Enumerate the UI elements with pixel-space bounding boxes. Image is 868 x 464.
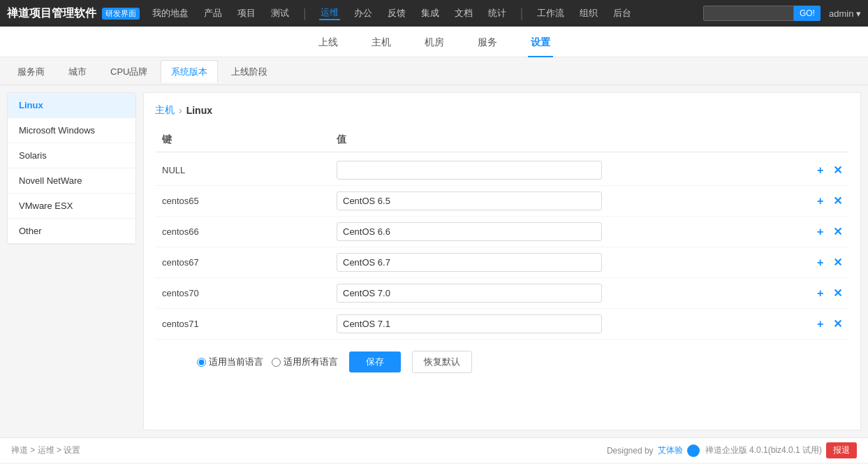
nav-item-integration[interactable]: 集成 bbox=[420, 7, 441, 20]
row-add-1[interactable]: + bbox=[814, 194, 826, 209]
row-del-1[interactable]: ✕ bbox=[830, 193, 845, 209]
dev-badge: 研发界面 bbox=[102, 8, 140, 20]
row-actions-4: + ✕ bbox=[807, 285, 849, 301]
table-row: centos65 + ✕ bbox=[155, 186, 849, 217]
nav-item-test[interactable]: 测试 bbox=[270, 7, 290, 20]
row-del-5[interactable]: ✕ bbox=[830, 316, 845, 332]
tnav-cpu[interactable]: CPU品牌 bbox=[100, 60, 158, 82]
row-del-4[interactable]: ✕ bbox=[830, 285, 845, 301]
nav-item-doc[interactable]: 文档 bbox=[453, 7, 474, 20]
row-input-3[interactable] bbox=[337, 253, 602, 272]
restore-button[interactable]: 恢复默认 bbox=[412, 351, 472, 373]
bottom-actions: 适用当前语言 适用所有语言 保存 恢复默认 bbox=[155, 351, 849, 373]
snav-service[interactable]: 服务 bbox=[475, 27, 500, 57]
row-val-1 bbox=[337, 191, 807, 210]
footer-bc-text: 禅道 > 运维 > 设置 bbox=[11, 444, 80, 456]
row-val-2 bbox=[337, 222, 807, 241]
footer-breadcrumb: 禅道 > 运维 > 设置 bbox=[11, 444, 80, 456]
row-del-2[interactable]: ✕ bbox=[830, 224, 845, 240]
row-key-0: NULL bbox=[155, 165, 337, 175]
row-val-3 bbox=[337, 253, 807, 272]
snav-room[interactable]: 机房 bbox=[422, 27, 447, 57]
table-row: NULL + ✕ bbox=[155, 155, 849, 186]
row-key-4: centos70 bbox=[155, 288, 337, 298]
row-actions-1: + ✕ bbox=[807, 193, 849, 209]
table-row: centos67 + ✕ bbox=[155, 247, 849, 278]
snav-online[interactable]: 上线 bbox=[316, 27, 341, 57]
nav-sep2: | bbox=[520, 6, 524, 21]
admin-menu[interactable]: admin ▾ bbox=[829, 8, 861, 19]
row-input-1[interactable] bbox=[337, 191, 602, 210]
row-val-4 bbox=[337, 284, 807, 303]
tnav-onlinestage[interactable]: 上线阶段 bbox=[221, 60, 278, 82]
footer: 禅道 > 运维 > 设置 Designed by 艾体验 禅道企业版 4.0.1… bbox=[0, 437, 868, 463]
footer-right: Designed by 艾体验 禅道企业版 4.0.1(biz4.0.1 试用)… bbox=[607, 442, 857, 458]
nav-item-stats[interactable]: 统计 bbox=[487, 7, 508, 20]
row-actions-3: + ✕ bbox=[807, 254, 849, 270]
search-button[interactable]: GO! bbox=[794, 6, 821, 21]
tnav-vendor[interactable]: 服务商 bbox=[7, 60, 55, 82]
nav-item-product[interactable]: 产品 bbox=[203, 7, 223, 20]
row-key-1: centos65 bbox=[155, 196, 337, 206]
row-input-4[interactable] bbox=[337, 284, 602, 303]
row-val-0 bbox=[337, 161, 807, 180]
save-button[interactable]: 保存 bbox=[349, 351, 401, 372]
nav-sep1: | bbox=[303, 6, 307, 21]
nav-item-feedback[interactable]: 反馈 bbox=[386, 7, 407, 20]
radio-current-lang[interactable]: 适用当前语言 bbox=[197, 356, 263, 368]
row-key-2: centos66 bbox=[155, 226, 337, 237]
row-input-5[interactable] bbox=[337, 314, 602, 333]
row-del-0[interactable]: ✕ bbox=[830, 162, 845, 178]
row-del-3[interactable]: ✕ bbox=[830, 254, 845, 270]
sidebar-item-linux[interactable]: Linux bbox=[8, 93, 135, 118]
search-area: GO! bbox=[703, 6, 821, 21]
breadcrumb-sep: › bbox=[179, 105, 182, 116]
radio-all-lang[interactable]: 适用所有语言 bbox=[272, 356, 338, 368]
feedback-button[interactable]: 报退 bbox=[826, 442, 857, 458]
row-add-2[interactable]: + bbox=[814, 224, 826, 240]
footer-designer[interactable]: 艾体验 bbox=[658, 444, 683, 456]
radio-all-lang-label: 适用所有语言 bbox=[284, 356, 338, 368]
nav-item-org[interactable]: 组织 bbox=[578, 7, 599, 20]
breadcrumb-host[interactable]: 主机 bbox=[155, 104, 175, 117]
footer-designed-by: Designed by bbox=[607, 446, 654, 456]
sidebar-item-solaris[interactable]: Solaris bbox=[8, 143, 135, 168]
search-input[interactable] bbox=[703, 6, 794, 21]
row-actions-0: + ✕ bbox=[807, 162, 849, 178]
sidebar-item-other[interactable]: Other bbox=[8, 219, 135, 244]
row-add-0[interactable]: + bbox=[814, 163, 826, 178]
radio-current-lang-label: 适用当前语言 bbox=[209, 356, 263, 368]
row-add-3[interactable]: + bbox=[814, 255, 826, 270]
table-row: centos71 + ✕ bbox=[155, 309, 849, 340]
col-key-label: 键 bbox=[155, 133, 337, 146]
nav-item-ops[interactable]: 运维 bbox=[319, 6, 340, 20]
row-key-3: centos67 bbox=[155, 257, 337, 268]
nav-item-office[interactable]: 办公 bbox=[353, 7, 374, 20]
row-key-5: centos71 bbox=[155, 319, 337, 329]
table-row: centos70 + ✕ bbox=[155, 278, 849, 309]
sidebar: Linux Microsoft Windows Solaris Novell N… bbox=[7, 92, 136, 245]
top-nav-items: 我的地盘 产品 项目 测试 | 运维 办公 反馈 集成 文档 统计 | 工作流 … bbox=[151, 6, 696, 21]
table-header: 键 值 bbox=[155, 128, 849, 152]
row-actions-2: + ✕ bbox=[807, 224, 849, 240]
nav-item-mydisk[interactable]: 我的地盘 bbox=[151, 7, 190, 20]
tnav-city[interactable]: 城市 bbox=[58, 60, 97, 82]
sidebar-item-novell[interactable]: Novell NetWare bbox=[8, 168, 135, 194]
tnav-sysver[interactable]: 系统版本 bbox=[161, 60, 218, 82]
sidebar-item-windows[interactable]: Microsoft Windows bbox=[8, 118, 135, 143]
nav-item-workflow[interactable]: 工作流 bbox=[536, 7, 566, 20]
snav-settings[interactable]: 设置 bbox=[528, 27, 553, 57]
radio-current-lang-input[interactable] bbox=[197, 358, 206, 367]
snav-host[interactable]: 主机 bbox=[369, 27, 394, 57]
nav-item-project[interactable]: 项目 bbox=[236, 7, 257, 20]
third-nav: 服务商 城市 CPU品牌 系统版本 上线阶段 bbox=[0, 57, 868, 85]
radio-all-lang-input[interactable] bbox=[272, 358, 281, 367]
row-input-2[interactable] bbox=[337, 222, 602, 241]
nav-item-backend[interactable]: 后台 bbox=[612, 7, 633, 20]
row-add-4[interactable]: + bbox=[814, 286, 826, 301]
row-add-5[interactable]: + bbox=[814, 317, 826, 332]
row-input-0[interactable] bbox=[337, 161, 602, 180]
main-content: Linux Microsoft Windows Solaris Novell N… bbox=[0, 85, 868, 437]
col-val-label: 值 bbox=[337, 133, 807, 146]
sidebar-item-vmware[interactable]: VMware ESX bbox=[8, 194, 135, 219]
